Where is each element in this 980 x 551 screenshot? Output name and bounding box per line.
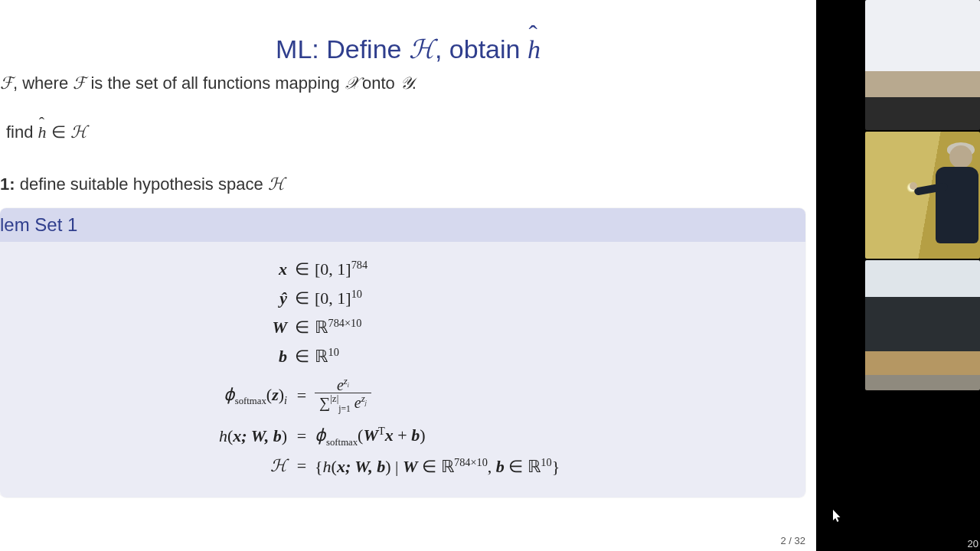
sym-Y: 𝒴	[400, 73, 412, 93]
sym-b: b	[496, 457, 505, 476]
sum-upper: |z|	[330, 393, 338, 404]
rel-in: ∈	[292, 287, 312, 311]
sum-lower: j=1	[338, 404, 351, 414]
interval: [0, 1]	[315, 259, 351, 279]
video-sidebar	[816, 0, 980, 551]
body-line-1: ℱ, where ℱ is the set of all functions m…	[0, 73, 416, 93]
sym-R: ℝ	[315, 318, 328, 337]
body-line-3: 1: define suitable hypothesis space ℋ	[0, 174, 285, 194]
eq-row-3: W ∈ ℝ784×10	[23, 315, 782, 340]
text: define suitable hypothesis space	[15, 174, 268, 194]
example-box: lem Set 1 x ∈ [0, 1]784 ŷ ∈ [0, 1]10 W ∈…	[0, 208, 805, 497]
page-number: 2 / 32	[780, 535, 805, 546]
in: ∈	[418, 457, 441, 476]
rel-eq: =	[292, 455, 312, 478]
eq-row-4: b ∈ ℝ10	[23, 344, 782, 369]
example-title: lem Set 1	[0, 208, 805, 242]
rel-in: ∈	[292, 316, 312, 340]
text: onto	[358, 73, 400, 93]
sym-e: e	[337, 376, 344, 393]
rel-eq: =	[292, 425, 312, 448]
sym-R: ℝ	[528, 457, 541, 476]
rel-eq: =	[292, 384, 312, 408]
sym-x: x	[279, 259, 287, 279]
brace-close: }	[552, 457, 560, 476]
sym-b: b	[279, 347, 287, 366]
rel-in: ∈	[292, 345, 312, 369]
body-line-2: find h ∈ ℋ	[6, 122, 87, 142]
dim: 784×10	[328, 317, 362, 329]
in: ∈	[505, 457, 528, 476]
sym-b: b	[411, 425, 420, 445]
dim: 784×10	[454, 456, 488, 468]
slide-area: ML: Define ℋ, obtain h ℱ, where ℱ is the…	[0, 0, 816, 551]
fraction: ezi ∑|z|j=1 ezj	[315, 376, 371, 414]
speaker-silhouette	[925, 145, 978, 253]
sym-h: h	[323, 457, 332, 476]
sym-e: e	[354, 394, 361, 411]
sym-X: 𝒳	[345, 73, 358, 93]
dim: 784	[351, 259, 368, 271]
text: find	[6, 122, 38, 142]
timecode: 20	[968, 538, 978, 549]
dim: 10	[328, 346, 339, 358]
eq-row-1: x ∈ [0, 1]784	[23, 257, 782, 282]
title-text: ML: Define	[276, 34, 409, 64]
viewport: ML: Define ℋ, obtain h ℱ, where ℱ is the…	[0, 0, 980, 551]
video-thumbnail-2[interactable]	[865, 132, 980, 259]
video-thumbnail-3[interactable]	[865, 260, 980, 390]
sym-phi: ϕ	[315, 425, 326, 445]
video-thumbnail-1[interactable]	[865, 0, 980, 130]
eq-row-7: ℋ = {h(x; W, b) | W ∈ ℝ784×10, b ∈ ℝ10}	[23, 455, 782, 479]
sym-W: W	[363, 425, 378, 445]
sym-z: z	[272, 385, 279, 404]
sym-h: h	[219, 426, 227, 445]
dim: 10	[351, 288, 362, 300]
softmax-label: softmax	[326, 437, 358, 448]
rel-in: ∈	[292, 258, 312, 282]
sym-H-2: ℋ	[268, 174, 285, 194]
comma: ,	[488, 457, 496, 476]
step-label: 1:	[0, 174, 15, 194]
plus: +	[394, 425, 411, 445]
text: .	[412, 73, 416, 93]
sym-hhat: h	[38, 122, 47, 142]
title-text-2: , obtain	[435, 34, 528, 64]
eq-row-6: h(x; W, b) = ϕsoftmax(WTx + b)	[23, 423, 782, 450]
sym-F-2: ℱ	[73, 73, 86, 93]
sym-R: ℝ	[315, 347, 328, 367]
sym-W: W	[403, 457, 418, 476]
dim: 10	[541, 456, 551, 468]
transpose: T	[378, 425, 385, 437]
text: ∈	[47, 122, 70, 142]
text: is the set of all functions mapping	[86, 73, 345, 93]
sym-R: ℝ	[441, 457, 455, 476]
sym-H: ℋ	[70, 122, 87, 142]
sym-x: x	[385, 425, 394, 445]
sym-phi: ϕ	[224, 385, 235, 404]
brace-open: {	[315, 457, 323, 476]
sym-yhat: ŷ	[279, 289, 287, 308]
title-symbol-H: ℋ	[409, 35, 435, 64]
idx-i: i	[284, 395, 287, 407]
sym-sum: ∑	[319, 394, 330, 411]
text: , where	[13, 73, 73, 93]
sym-H: ℋ	[270, 456, 287, 475]
idx-j: j	[365, 399, 367, 406]
softmax-label: softmax	[235, 396, 266, 407]
eq-row-5: ϕsoftmax(z)i = ezi ∑|z|j=1 ezj	[23, 377, 782, 416]
title-symbol-hhat: h	[528, 35, 541, 64]
sym-W: W	[272, 318, 287, 337]
args: x; W, b	[337, 457, 385, 476]
eq-row-2: ŷ ∈ [0, 1]10	[23, 286, 782, 311]
bar: |	[391, 457, 403, 476]
example-body: x ∈ [0, 1]784 ŷ ∈ [0, 1]10 W ∈ ℝ784×10 b…	[0, 242, 805, 497]
args: x; W, b	[233, 426, 281, 445]
idx-i: i	[348, 381, 349, 388]
sym-F: ℱ	[0, 73, 13, 93]
interval: [0, 1]	[315, 289, 351, 308]
slide-title: ML: Define ℋ, obtain h	[0, 34, 816, 64]
